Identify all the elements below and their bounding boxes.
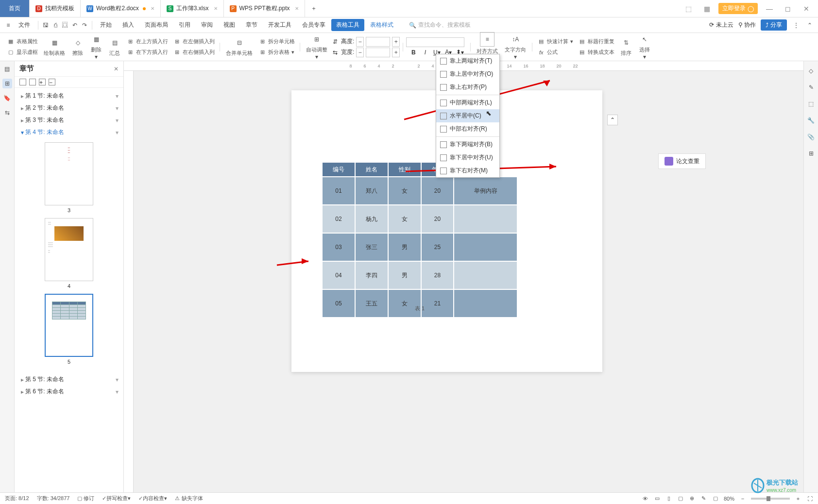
- insert-col-right[interactable]: ⊞在右侧插入列: [171, 48, 217, 57]
- formula-button[interactable]: fx公式: [535, 48, 575, 57]
- select-tool-icon[interactable]: ⬚: [806, 99, 816, 109]
- edit-icon[interactable]: ✎: [700, 495, 707, 502]
- badge-icon[interactable]: ⬚: [682, 5, 695, 13]
- more-icon[interactable]: ⋮: [792, 21, 801, 30]
- menu-reference[interactable]: 引用: [174, 19, 195, 31]
- height-dec[interactable]: −: [356, 37, 364, 47]
- erase-button[interactable]: ◇擦除: [69, 36, 86, 58]
- cloud-status[interactable]: ⟳ 未上云: [709, 21, 733, 29]
- align-top-right[interactable]: 靠上右对齐(P): [436, 81, 499, 94]
- nav-section-4[interactable]: ▾第 4 节: 未命名▾: [15, 126, 123, 138]
- track-changes[interactable]: ▢ 修订: [77, 495, 94, 502]
- menu-review[interactable]: 审阅: [196, 19, 218, 31]
- clip-icon[interactable]: 📎: [806, 132, 816, 142]
- redo-icon[interactable]: ↷: [80, 21, 89, 30]
- more-icon[interactable]: ⊞: [806, 149, 816, 158]
- eye-icon[interactable]: 👁: [642, 495, 649, 502]
- home-tab[interactable]: 首页: [0, 0, 30, 17]
- align-bot-both[interactable]: 靠下两端对齐(B): [436, 138, 499, 151]
- select-button[interactable]: ↖选择▾: [636, 33, 653, 61]
- undo-icon[interactable]: ↶: [70, 21, 79, 30]
- nav-tool-3[interactable]: +: [39, 79, 46, 85]
- menu-table-tools[interactable]: 表格工具: [331, 19, 364, 31]
- document-table[interactable]: 编号 姓名 性别 年龄 01郑八女20举例内容 02杨九女20 03张三男25 …: [322, 162, 518, 318]
- view-print-icon[interactable]: ▭: [654, 495, 661, 502]
- zoom-out-icon[interactable]: −: [739, 495, 746, 502]
- text-direction-button[interactable]: ↕A文字方向▾: [502, 33, 529, 61]
- page-thumb-5[interactable]: [45, 294, 93, 357]
- tab-templates[interactable]: D 找稻壳模板: [30, 0, 81, 17]
- font-family-input[interactable]: [406, 37, 464, 47]
- th-gender[interactable]: 性别: [388, 162, 421, 177]
- nav-tool-4[interactable]: −: [49, 79, 55, 85]
- menu-pagelayout[interactable]: 页面布局: [140, 19, 173, 31]
- nav-section-6[interactable]: ▸第 6 节: 未命名▾: [15, 386, 123, 398]
- share-button[interactable]: ⤴ 分享: [761, 19, 787, 31]
- print-icon[interactable]: ⎙: [51, 21, 60, 30]
- pen-icon[interactable]: ✎: [806, 83, 816, 92]
- width-input[interactable]: [366, 48, 390, 57]
- menu-view[interactable]: 视图: [219, 19, 240, 31]
- wrench-icon[interactable]: 🔧: [806, 116, 816, 125]
- to-text-button[interactable]: ▤转换成文本: [576, 48, 616, 57]
- menu-icon[interactable]: ≡: [4, 21, 13, 30]
- missing-font[interactable]: ⚠ 缺失字体: [175, 495, 203, 502]
- zoom-in-icon[interactable]: +: [795, 495, 801, 502]
- view-web-icon[interactable]: ▢: [677, 495, 684, 502]
- collapse-float-icon[interactable]: ⌃: [607, 115, 618, 125]
- summary-button[interactable]: ▤汇总: [106, 36, 123, 58]
- show-dashed-button[interactable]: ▢显示虚框: [5, 48, 40, 57]
- draw-table-button[interactable]: ▦绘制表格: [41, 36, 68, 58]
- width-dec[interactable]: −: [356, 48, 364, 57]
- word-count[interactable]: 字数: 34/2877: [37, 495, 70, 502]
- close-icon[interactable]: ✕: [214, 6, 218, 11]
- align-top-center[interactable]: 靠上居中对齐(O): [436, 67, 499, 81]
- page-thumb-3[interactable]: ▪▪▪▪▪▪▪▪▪▫▫▫▫▫▫: [45, 142, 93, 205]
- outline-icon[interactable]: ▤: [2, 64, 12, 74]
- align-mid-right[interactable]: 中部右对齐(R): [436, 122, 499, 135]
- align-bot-center[interactable]: 靠下居中对齐(U): [436, 151, 499, 164]
- sort-button[interactable]: ⇅排序: [617, 36, 635, 58]
- menu-start[interactable]: 开始: [95, 19, 117, 31]
- height-input[interactable]: [366, 37, 390, 47]
- zoom-value[interactable]: 80%: [724, 496, 734, 502]
- collapse-ribbon-icon[interactable]: ⌃: [805, 21, 814, 30]
- th-no[interactable]: 编号: [322, 162, 355, 177]
- split-cell-button[interactable]: ⊞拆分单元格: [256, 37, 297, 47]
- maximize-icon[interactable]: ◻: [781, 5, 795, 13]
- login-button[interactable]: 立即登录◯: [718, 3, 758, 14]
- view-read-icon[interactable]: ▯: [665, 495, 672, 502]
- preview-icon[interactable]: ⿴: [61, 21, 69, 30]
- align-mid-both[interactable]: 中部两端对齐(L): [436, 96, 499, 109]
- tab-ppt[interactable]: P WPS PPT教程.pptx ✕: [224, 0, 305, 17]
- coop-button[interactable]: ⚲ 协作: [738, 21, 756, 29]
- title-repeat-button[interactable]: ▤标题行重复: [576, 37, 616, 47]
- menu-section[interactable]: 章节: [241, 19, 262, 31]
- nav-section-5[interactable]: ▸第 5 节: 未命名▾: [15, 373, 123, 386]
- page-thumb-4[interactable]: ━━━━━━━━━━━━━━━━━━━━━━━━━: [45, 218, 93, 281]
- menu-devtools[interactable]: 开发工具: [263, 19, 296, 31]
- insert-row-above[interactable]: ⊞在上方插入行: [124, 37, 170, 47]
- fit-icon[interactable]: ▢: [712, 495, 719, 502]
- insert-col-left[interactable]: ⊞在左侧插入列: [171, 37, 217, 47]
- zoom-slider[interactable]: [751, 498, 790, 500]
- height-inc[interactable]: +: [392, 37, 400, 47]
- save-icon[interactable]: 🖫: [41, 21, 50, 30]
- nav-section-3[interactable]: ▸第 3 节: 未命名▾: [15, 114, 123, 126]
- nav-section-2[interactable]: ▸第 2 节: 未命名▾: [15, 102, 123, 114]
- nav-tool-1[interactable]: [19, 79, 26, 85]
- table-props-button[interactable]: ▦表格属性: [5, 37, 40, 47]
- align-bot-right[interactable]: 靠下右对齐(M): [436, 164, 499, 177]
- bookmark-icon[interactable]: 🔖: [2, 93, 12, 103]
- merge-cells-button[interactable]: ⊟合并单元格: [223, 36, 256, 58]
- file-menu[interactable]: 文件: [14, 19, 35, 31]
- close-icon[interactable]: ✕: [151, 6, 154, 11]
- paper-check-button[interactable]: 论文查重: [658, 153, 706, 169]
- align-top-both[interactable]: 靠上两端对齐(T): [436, 54, 499, 67]
- tab-word-doc[interactable]: W Word教程2.docx ✕: [81, 0, 161, 17]
- fullscreen-icon[interactable]: ⛶: [806, 495, 813, 502]
- nav-close-icon[interactable]: ✕: [114, 66, 119, 72]
- diamond-icon[interactable]: ◇: [806, 66, 816, 76]
- menu-table-style[interactable]: 表格样式: [365, 19, 398, 31]
- content-check[interactable]: ✓内容检查▾: [138, 495, 167, 502]
